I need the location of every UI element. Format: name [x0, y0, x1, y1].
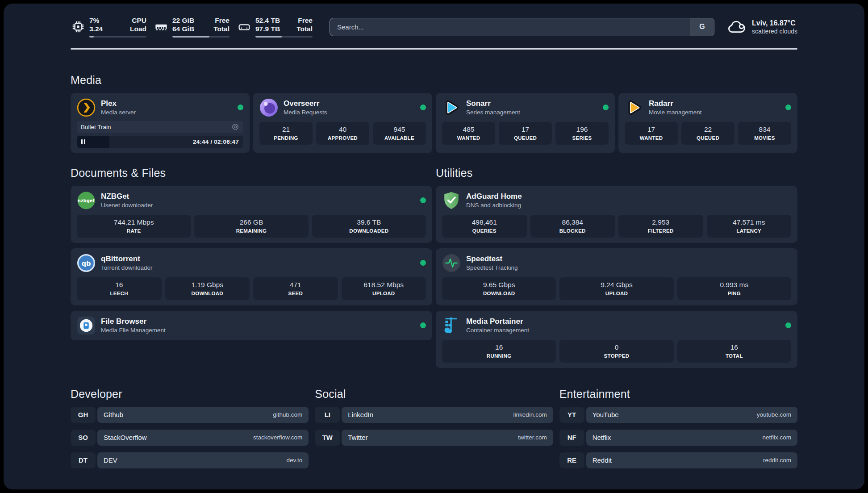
- stat-queued: 17QUEUED: [499, 122, 552, 145]
- stat-value: 0.993 ms: [679, 280, 789, 289]
- cpu-usage-value: 7%: [89, 16, 103, 25]
- app-card-header: nzbgetNZBGetUsenet downloader: [77, 191, 426, 210]
- stat-value: 266 GB: [196, 218, 306, 226]
- status-dot: [420, 260, 426, 266]
- link-name: Github: [104, 411, 123, 418]
- stat-label: WANTED: [626, 135, 676, 141]
- app-card-adguard[interactable]: AdGuard HomeDNS and adblocking498,461QUE…: [436, 186, 797, 243]
- stats-row: 498,461QUERIES86,384BLOCKED2,953FILTERED…: [442, 215, 791, 238]
- section-documents-files: Documents & FilesnzbgetNZBGetUsenet down…: [71, 167, 432, 368]
- app-card-overseerr[interactable]: OverseerrMedia Requests21PENDING40APPROV…: [253, 93, 432, 153]
- stat-latency: 47.571 msLATENCY: [707, 215, 792, 238]
- link-github[interactable]: GHGithubgithub.com: [71, 407, 309, 423]
- app-subtitle: Series management: [466, 109, 599, 116]
- app-card-qbittorrent[interactable]: qbqBittorrentTorrent downloader16LEECH1.…: [71, 248, 432, 305]
- storage-total-label: Total: [296, 25, 313, 33]
- stat-value: 17: [501, 125, 550, 134]
- app-subtitle: Torrent downloader: [101, 264, 417, 271]
- app-subtitle: Media server: [101, 109, 234, 116]
- speedtest-icon: [442, 254, 461, 272]
- search-input[interactable]: [330, 18, 714, 36]
- stats-row: 9.65 GbpsDOWNLOAD9.24 GbpsUPLOAD0.993 ms…: [442, 277, 791, 300]
- stat-value: 17: [626, 125, 676, 134]
- stat-running: 16RUNNING: [442, 340, 556, 363]
- app-card-header: SpeedtestSpeedtest Tracking: [442, 254, 791, 272]
- now-playing-title: Bullet Train: [81, 124, 111, 130]
- link-tag: LI: [315, 407, 340, 423]
- app-card-nzbget[interactable]: nzbgetNZBGetUsenet downloader744.21 Mbps…: [71, 186, 432, 243]
- link-linkedin[interactable]: LILinkedInlinkedin.com: [315, 407, 553, 423]
- playback-progress-bar: 24:44 / 02:06:47: [77, 136, 243, 148]
- link-twitter[interactable]: TWTwittertwitter.com: [315, 430, 553, 446]
- stat-upload: 9.24 GbpsUPLOAD: [559, 277, 673, 300]
- stats-row: 16RUNNING0STOPPED16TOTAL: [442, 340, 791, 363]
- link-stackoverflow[interactable]: SOStackOverflowstackoverflow.com: [71, 430, 309, 446]
- app-card-sonarr[interactable]: SonarrSeries management485WANTED17QUEUED…: [436, 93, 615, 153]
- link-tag: NF: [559, 430, 584, 446]
- radarr-icon: [625, 98, 643, 117]
- stats-row: 485WANTED17QUEUED196SERIES: [442, 122, 609, 145]
- stat-label: MOVIES: [740, 135, 789, 141]
- link-section-social: SocialLILinkedInlinkedin.comTWTwittertwi…: [315, 388, 553, 468]
- status-dot: [785, 322, 791, 328]
- link-name: Reddit: [593, 456, 612, 464]
- storage-usage-bar: [255, 36, 313, 38]
- stat-movies: 834MOVIES: [738, 122, 791, 145]
- app-card-plex[interactable]: PlexMedia serverBullet Train24:44 / 02:0…: [71, 93, 250, 153]
- app-card-speedtest[interactable]: SpeedtestSpeedtest Tracking9.65 GbpsDOWN…: [436, 248, 797, 305]
- qbittorrent-icon: qb: [77, 254, 96, 272]
- stat-download: 1.19 GbpsDOWNLOAD: [165, 277, 250, 300]
- link-url: stackoverflow.com: [253, 434, 302, 441]
- stat-label: QUEUED: [501, 135, 550, 141]
- storage-total-value: 97.9 TB: [255, 25, 280, 33]
- stat-remaining: 266 GBREMAINING: [194, 215, 308, 238]
- stat-label: WANTED: [444, 135, 493, 141]
- app-card-filebrowser[interactable]: File BrowserMedia File Management: [71, 311, 432, 340]
- app-card-header: RadarrMovie management: [625, 98, 791, 117]
- stat-filtered: 2,953FILTERED: [618, 215, 703, 238]
- link-name: YouTube: [593, 411, 619, 418]
- app-card-portainer[interactable]: Media PortainerContainer management16RUN…: [436, 311, 797, 368]
- link-youtube[interactable]: YTYouTubeyoutube.com: [559, 407, 797, 423]
- memory-total-label: Total: [213, 25, 230, 33]
- stat-value: 9.65 Gbps: [444, 280, 554, 289]
- link-pill: YouTubeyoutube.com: [586, 407, 797, 423]
- stat-label: RATE: [79, 228, 189, 234]
- cpu-load-label: Load: [130, 25, 146, 33]
- link-reddit[interactable]: RERedditreddit.com: [559, 452, 797, 468]
- weather-condition: scattered clouds: [752, 28, 797, 35]
- stat-label: UPLOAD: [343, 290, 425, 297]
- status-dot: [420, 322, 426, 328]
- search-bar: G: [330, 18, 714, 36]
- link-url: github.com: [273, 411, 302, 418]
- header-divider: [71, 48, 797, 50]
- media-modal-icon[interactable]: [231, 123, 239, 131]
- app-card-header: Media PortainerContainer management: [442, 316, 791, 335]
- stat-label: AVAILABLE: [375, 135, 424, 141]
- memory-icon: [154, 19, 169, 34]
- cpu-label: CPU: [130, 16, 146, 25]
- stat-value: 16: [444, 343, 554, 351]
- pause-icon[interactable]: [81, 139, 85, 144]
- stat-label: DOWNLOAD: [167, 290, 248, 297]
- stat-label: TOTAL: [679, 353, 789, 359]
- app-card-header: PlexMedia server: [77, 98, 243, 117]
- stat-rate: 744.21 MbpsRATE: [77, 215, 191, 238]
- link-rows: LILinkedInlinkedin.comTWTwittertwitter.c…: [315, 407, 553, 446]
- card-stack: nzbgetNZBGetUsenet downloader744.21 Mbps…: [71, 186, 432, 340]
- stat-series: 196SERIES: [555, 122, 609, 145]
- filebrowser-icon: [77, 316, 96, 335]
- app-card-radarr[interactable]: RadarrMovie management17WANTED22QUEUED83…: [618, 93, 797, 153]
- stat-label: DOWNLOADED: [314, 228, 424, 234]
- section-title: Social: [315, 388, 553, 401]
- link-sections: DeveloperGHGithubgithub.comSOStackOverfl…: [71, 388, 797, 468]
- link-dev[interactable]: DTDEVdev.to: [71, 452, 309, 468]
- status-dot: [785, 104, 791, 110]
- stat-label: REMAINING: [196, 228, 306, 234]
- section-title: Utilities: [436, 167, 797, 180]
- link-netflix[interactable]: NFNetflixnetflix.com: [559, 430, 797, 446]
- stat-label: QUERIES: [444, 228, 525, 234]
- section-media: Media PlexMedia serverBullet Train24:44 …: [71, 74, 797, 153]
- search-engine-button[interactable]: G: [690, 18, 714, 36]
- app-subtitle: Container management: [466, 327, 782, 334]
